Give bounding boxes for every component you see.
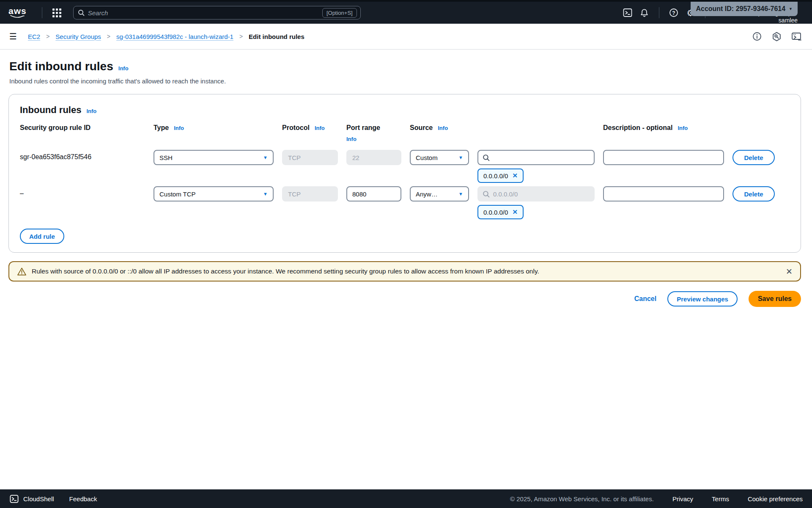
help-button[interactable]: ? <box>665 5 682 20</box>
description-field[interactable] <box>603 186 724 202</box>
breadcrumb-current: Edit inbound rules <box>249 33 304 40</box>
cloudshell-footer-button[interactable]: CloudShell <box>9 494 54 504</box>
description-field[interactable] <box>603 150 724 165</box>
console-footer: CloudShell Feedback © 2025, Amazon Web S… <box>0 489 812 508</box>
cookie-preferences-link[interactable]: Cookie preferences <box>748 495 803 502</box>
source-cidr-chip: 0.0.0.0/0 ✕ <box>477 168 524 183</box>
cidr-chip-value: 0.0.0.0/0 <box>483 172 508 179</box>
search-input[interactable] <box>88 9 322 17</box>
remove-cidr-icon[interactable]: ✕ <box>512 172 518 179</box>
source-mode-value: Custom <box>416 154 438 161</box>
delete-rule-button[interactable]: Delete <box>732 150 775 165</box>
save-rules-button[interactable]: Save rules <box>749 291 801 307</box>
svg-text:?: ? <box>672 10 675 16</box>
services-menu-icon[interactable] <box>52 8 61 17</box>
search-icon <box>483 154 490 161</box>
aws-logo[interactable]: aws <box>8 7 27 19</box>
source-search-input <box>493 190 590 198</box>
inbound-rules-card: Inbound rules Info Security group rule I… <box>8 94 801 253</box>
card-info-link[interactable]: Info <box>86 108 96 114</box>
chevron-down-icon: ▼ <box>458 155 463 160</box>
breadcrumb-bar: ☰ EC2 > Security Groups > sg-031a4699954… <box>0 24 812 50</box>
preview-changes-button[interactable]: Preview changes <box>667 291 738 306</box>
col-source-label: Source <box>410 124 433 132</box>
feedback-button[interactable]: Feedback <box>69 495 97 502</box>
chevron-down-icon: ▼ <box>458 192 463 196</box>
type-select[interactable]: SSH ▼ <box>154 150 274 165</box>
warning-icon <box>17 267 27 276</box>
notifications-button[interactable] <box>636 5 653 20</box>
breadcrumb: EC2 > Security Groups > sg-031a46999543f… <box>28 33 304 40</box>
rule-row-1: sgr-0ea653f6ac875f546 SSH ▼ Custom ▼ 0.0… <box>20 150 790 183</box>
source-mode-select[interactable]: Custom ▼ <box>410 150 469 165</box>
global-search[interactable]: [Option+S] <box>73 6 361 19</box>
col-protocol-label: Protocol <box>282 124 310 132</box>
breadcrumb-separator: > <box>107 33 110 40</box>
add-rule-button[interactable]: Add rule <box>20 229 64 244</box>
username-label: samlee <box>779 17 798 24</box>
source-mode-value: Anyw… <box>416 190 438 198</box>
col-type-label: Type <box>154 124 169 132</box>
topbar-divider <box>659 7 659 18</box>
type-info-link[interactable]: Info <box>174 125 184 131</box>
search-icon <box>483 190 490 198</box>
source-cell: 0.0.0.0/0 ✕ <box>477 186 595 219</box>
breadcrumb-ec2[interactable]: EC2 <box>28 33 40 40</box>
help-icon: ? <box>669 8 679 18</box>
col-port-range-label: Port range <box>346 124 380 132</box>
breadcrumb-separator: > <box>46 33 49 40</box>
command-panel-icon[interactable] <box>791 31 803 41</box>
rules-table-header: Security group rule ID Type Info Protoco… <box>20 124 790 142</box>
chevron-down-icon: ▼ <box>263 192 268 196</box>
col-description-label: Description - optional <box>603 124 672 132</box>
protocol-field <box>282 150 338 165</box>
source-search-input[interactable] <box>493 154 590 161</box>
source-info-link[interactable]: Info <box>438 125 448 131</box>
remove-cidr-icon[interactable]: ✕ <box>512 208 518 216</box>
breadcrumb-security-group-id[interactable]: sg-031a46999543f982c - launch-wizard-1 <box>116 33 233 40</box>
source-search-box[interactable] <box>477 150 595 165</box>
terms-link[interactable]: Terms <box>712 495 729 502</box>
privacy-link[interactable]: Privacy <box>672 495 693 502</box>
breadcrumb-separator: > <box>239 33 243 40</box>
top-navigation-bar: aws [Option+S] <box>0 0 812 24</box>
copyright-text: © 2025, Amazon Web Services, Inc. or its… <box>510 495 654 502</box>
description-info-link[interactable]: Info <box>678 125 688 131</box>
cloudshell-topbar-button[interactable] <box>619 5 636 20</box>
search-shortcut-hint: [Option+S] <box>322 8 357 18</box>
port-range-field[interactable] <box>346 186 401 202</box>
type-select[interactable]: Custom TCP ▼ <box>154 186 274 202</box>
page-title: Edit inbound rules <box>9 60 113 73</box>
page-info-link[interactable]: Info <box>118 65 129 72</box>
chevron-down-icon: ▼ <box>263 155 268 160</box>
breadcrumb-security-groups[interactable]: Security Groups <box>55 33 101 40</box>
port-range-field <box>346 150 401 165</box>
rule-id-value: sgr-0ea653f6ac875f546 <box>20 150 145 161</box>
cancel-button[interactable]: Cancel <box>634 295 656 303</box>
account-id-label: Account ID: 2957-9346-7614 <box>696 5 785 13</box>
hexagon-tools-icon[interactable] <box>771 31 782 42</box>
protocol-info-link[interactable]: Info <box>315 125 325 131</box>
info-panel-icon[interactable] <box>752 31 762 41</box>
delete-rule-button[interactable]: Delete <box>732 186 775 202</box>
hamburger-menu-icon[interactable]: ☰ <box>9 31 17 41</box>
open-cidr-warning-banner: Rules with source of 0.0.0.0/0 or ::/0 a… <box>8 261 801 282</box>
search-icon <box>78 9 85 16</box>
rule-id-value: – <box>20 186 145 197</box>
cloudshell-label: CloudShell <box>23 495 54 502</box>
chevron-down-icon: ▼ <box>789 7 793 11</box>
aws-logo-text: aws <box>8 7 27 15</box>
source-cell: 0.0.0.0/0 ✕ <box>477 150 595 183</box>
source-search-box <box>477 186 595 202</box>
account-menu[interactable]: Account ID: 2957-9346-7614 ▼ <box>691 2 798 16</box>
cloudshell-icon <box>9 494 19 504</box>
aws-smile-icon <box>10 15 25 19</box>
source-mode-select[interactable]: Anyw… ▼ <box>410 186 469 202</box>
close-icon[interactable]: ✕ <box>786 267 793 276</box>
protocol-field <box>282 186 338 202</box>
form-actions: Cancel Preview changes Save rules <box>0 291 801 307</box>
cidr-chip-value: 0.0.0.0/0 <box>483 209 508 216</box>
warning-text: Rules with source of 0.0.0.0/0 or ::/0 a… <box>32 268 539 275</box>
port-range-info-link[interactable]: Info <box>346 136 357 142</box>
card-title: Inbound rules <box>20 105 81 116</box>
